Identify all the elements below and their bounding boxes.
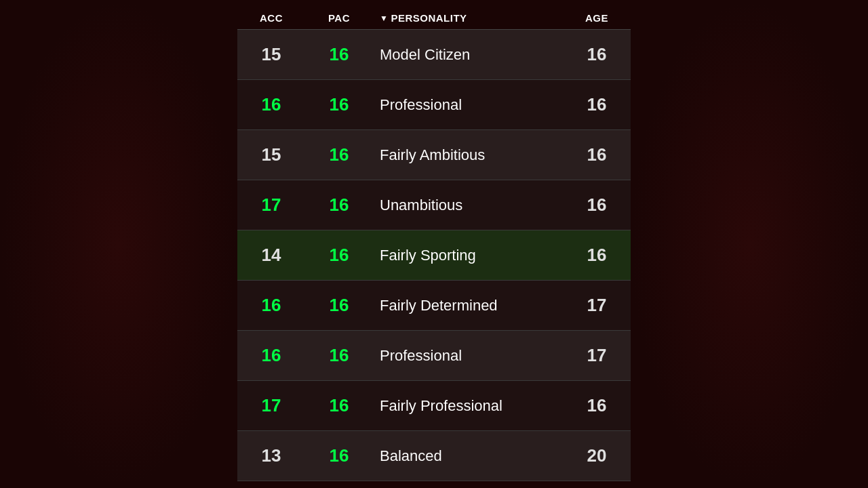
table-body: 15 16 Model Citizen 16 16 16 Professiona… [237, 30, 631, 481]
acc-cell: 17 [237, 195, 305, 216]
sort-arrow-icon: ▼ [380, 14, 388, 23]
pac-cell: 16 [305, 94, 373, 115]
acc-cell: 16 [237, 345, 305, 366]
acc-cell: 13 [237, 445, 305, 466]
table-row[interactable]: 14 16 Fairly Sporting 16 [237, 230, 631, 281]
age-header[interactable]: AGE [563, 12, 631, 24]
personality-cell: Fairly Sporting [373, 247, 563, 264]
acc-cell: 16 [237, 295, 305, 316]
age-cell: 20 [563, 445, 631, 466]
personality-cell: Fairly Ambitious [373, 146, 563, 164]
personality-cell: Fairly Determined [373, 297, 563, 314]
acc-cell: 17 [237, 395, 305, 416]
table-header: ACC PAC ▼ PERSONALITY AGE [237, 7, 631, 30]
table-row[interactable]: 16 16 Fairly Determined 17 [237, 281, 631, 331]
pac-cell: 16 [305, 295, 373, 316]
table-row[interactable]: 16 16 Professional 17 [237, 331, 631, 381]
age-cell: 16 [563, 144, 631, 165]
player-table: ACC PAC ▼ PERSONALITY AGE 15 16 Model Ci… [237, 7, 631, 481]
age-cell: 16 [563, 195, 631, 216]
pac-cell: 16 [305, 144, 373, 165]
age-cell: 17 [563, 345, 631, 366]
pac-cell: 16 [305, 395, 373, 416]
acc-cell: 15 [237, 44, 305, 65]
personality-cell: Professional [373, 96, 563, 114]
table-row[interactable]: 15 16 Model Citizen 16 [237, 30, 631, 80]
pac-cell: 16 [305, 345, 373, 366]
age-cell: 16 [563, 245, 631, 266]
age-cell: 17 [563, 295, 631, 316]
personality-cell: Fairly Professional [373, 397, 563, 415]
table-row[interactable]: 15 16 Fairly Ambitious 16 [237, 130, 631, 180]
personality-cell: Professional [373, 347, 563, 365]
table-row[interactable]: 13 16 Balanced 20 [237, 431, 631, 481]
table-row[interactable]: 16 16 Professional 16 [237, 80, 631, 130]
personality-cell: Model Citizen [373, 46, 563, 64]
acc-cell: 16 [237, 94, 305, 115]
personality-cell: Balanced [373, 447, 563, 465]
pac-cell: 16 [305, 245, 373, 266]
personality-cell: Unambitious [373, 197, 563, 214]
table-row[interactable]: 17 16 Fairly Professional 16 [237, 381, 631, 431]
pac-cell: 16 [305, 445, 373, 466]
table-row[interactable]: 17 16 Unambitious 16 [237, 180, 631, 230]
pac-cell: 16 [305, 44, 373, 65]
personality-header[interactable]: ▼ PERSONALITY [373, 12, 563, 24]
acc-header[interactable]: ACC [237, 12, 305, 24]
pac-cell: 16 [305, 195, 373, 216]
age-cell: 16 [563, 94, 631, 115]
pac-header[interactable]: PAC [305, 12, 373, 24]
age-cell: 16 [563, 44, 631, 65]
acc-cell: 15 [237, 144, 305, 165]
age-cell: 16 [563, 395, 631, 416]
acc-cell: 14 [237, 245, 305, 266]
